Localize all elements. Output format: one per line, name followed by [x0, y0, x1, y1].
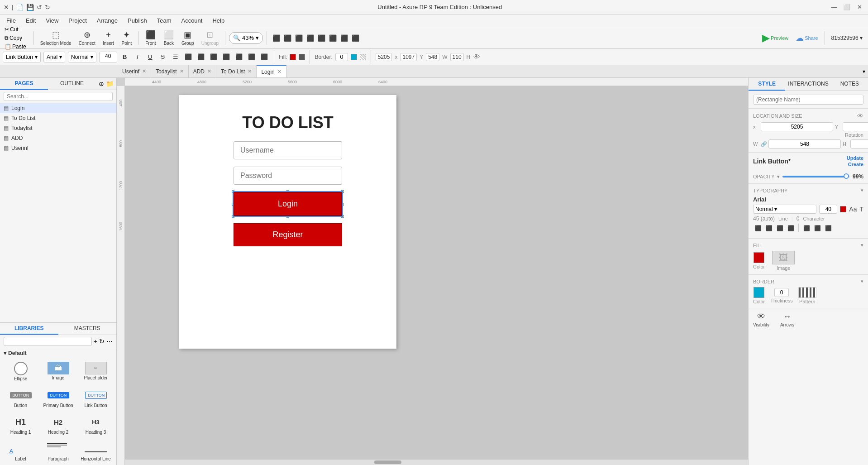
- update-link[interactable]: Update: [847, 155, 863, 161]
- redo-icon[interactable]: ↻: [45, 4, 50, 11]
- share-button[interactable]: ☁ Share: [793, 29, 820, 47]
- text-align-right-btn-right[interactable]: ⬛: [775, 224, 785, 233]
- text-align-left-btn-right[interactable]: ⬛: [753, 224, 763, 233]
- back-button[interactable]: ⬜ Back: [161, 29, 177, 47]
- opacity-slider[interactable]: [782, 176, 849, 177]
- menu-help[interactable]: Help: [208, 16, 229, 25]
- visibility-toggle-icon[interactable]: 👁: [473, 53, 480, 61]
- align-top-button[interactable]: ⬛: [305, 32, 315, 44]
- text-valign-mid-button[interactable]: ⬛: [247, 52, 257, 62]
- user-menu-button[interactable]: 815329596 ▾: [829, 29, 865, 47]
- format-bold-button[interactable]: B: [120, 52, 130, 62]
- font-size-field-right[interactable]: [819, 205, 837, 214]
- password-input[interactable]: [234, 167, 342, 185]
- maximize-button[interactable]: ⬜: [842, 2, 852, 12]
- menu-view[interactable]: View: [41, 16, 63, 25]
- lib-item-h3[interactable]: H3 Heading 3: [79, 413, 113, 436]
- border-thickness-field[interactable]: [774, 288, 789, 297]
- page-item-add[interactable]: ▤ ADD: [0, 133, 116, 143]
- visibility-item[interactable]: 👁 Visibility: [753, 312, 769, 327]
- login-button[interactable]: Login: [234, 192, 342, 216]
- align-middle-button[interactable]: ⬛: [316, 32, 327, 44]
- border-color-swatch[interactable]: [351, 54, 357, 60]
- coord-x-field[interactable]: 5205: [376, 53, 392, 61]
- menu-arrange[interactable]: Arrange: [92, 16, 122, 25]
- align-right-button[interactable]: ⬛: [293, 32, 304, 44]
- border-pattern-swatch-right[interactable]: [798, 287, 816, 298]
- text-valign-top-btn-right[interactable]: ⬛: [801, 224, 811, 233]
- save-icon[interactable]: 💾: [26, 4, 34, 11]
- lib-item-h2[interactable]: H2 Heading 2: [41, 413, 75, 436]
- lib-add-icon[interactable]: +: [94, 338, 97, 345]
- lib-refresh-icon[interactable]: ↻: [99, 338, 105, 345]
- align-horizontal-button[interactable]: ⬛: [339, 32, 349, 44]
- align-vertical-button[interactable]: ⬛: [350, 32, 361, 44]
- fill-color-swatch-right[interactable]: [754, 252, 764, 263]
- coord-y-field[interactable]: 1097: [400, 53, 417, 61]
- y-value-field[interactable]: [843, 122, 868, 131]
- group-button[interactable]: ▣ Group: [179, 29, 197, 47]
- text-align-justify-btn-right[interactable]: ⬛: [786, 224, 796, 233]
- align-center-button[interactable]: ⬛: [282, 32, 293, 44]
- undo-icon[interactable]: ↺: [37, 4, 42, 11]
- create-link[interactable]: Create: [848, 162, 863, 167]
- lib-item-image[interactable]: 🏔 Image: [41, 360, 75, 383]
- front-button[interactable]: ⬛ Front: [143, 29, 159, 47]
- tab-todolist[interactable]: To Do List ✕: [216, 65, 257, 77]
- font-style-dropdown[interactable]: Normal ▾: [753, 205, 816, 214]
- text-align-justify-button[interactable]: ⬛: [221, 52, 231, 62]
- border-value-field[interactable]: 0: [335, 53, 348, 61]
- tab-login-close[interactable]: ✕: [277, 69, 281, 75]
- text-align-center-button[interactable]: ⬛: [196, 52, 206, 62]
- font-aa-icon[interactable]: Aa: [849, 206, 857, 213]
- widget-style-dropdown[interactable]: Link Button ▾: [3, 52, 41, 62]
- coord-w-field[interactable]: 110: [450, 53, 464, 61]
- text-align-left-button[interactable]: ⬛: [183, 52, 193, 62]
- align-bottom-button[interactable]: ⬛: [327, 32, 338, 44]
- copy-button[interactable]: ⧉ Copy: [3, 34, 28, 42]
- border-pattern-swatch[interactable]: [360, 54, 366, 60]
- tab-add-close[interactable]: ✕: [207, 68, 211, 74]
- text-align-center-btn-right[interactable]: ⬛: [764, 224, 774, 233]
- menu-edit[interactable]: Edit: [21, 16, 40, 25]
- link-icon[interactable]: 🔗: [761, 141, 767, 147]
- register-button[interactable]: Register: [234, 223, 342, 246]
- tab-login[interactable]: Login ✕: [257, 65, 286, 77]
- page-item-login[interactable]: ▤ Login: [0, 103, 116, 113]
- pages-folder-icon[interactable]: 📁: [106, 80, 114, 87]
- text-align-right-button[interactable]: ⬛: [209, 52, 219, 62]
- horizontal-scrollbar[interactable]: [125, 460, 748, 465]
- font-style-dropdown[interactable]: Normal ▾: [68, 52, 96, 62]
- lib-item-link-button[interactable]: BUTTON Link Button: [79, 387, 113, 410]
- libraries-tab[interactable]: LIBRARIES: [0, 323, 58, 335]
- pages-search-input[interactable]: [4, 92, 113, 101]
- text-valign-bot-btn-right[interactable]: ⬛: [823, 224, 833, 233]
- format-strikethrough-button[interactable]: S: [158, 52, 168, 62]
- border-color-swatch-right[interactable]: [754, 287, 764, 298]
- pages-add-icon[interactable]: ⊕: [99, 80, 104, 87]
- preview-button[interactable]: ▶ Preview: [759, 29, 791, 47]
- menu-team[interactable]: Team: [153, 16, 176, 25]
- tab-userinf[interactable]: Userinf ✕: [118, 65, 151, 77]
- interactions-tab[interactable]: INTERACTIONS: [785, 78, 831, 91]
- lib-item-placeholder[interactable]: ✉ Placeholder: [79, 360, 113, 383]
- tab-overflow-arrow[interactable]: ▾: [860, 65, 868, 77]
- lib-search-input[interactable]: [4, 337, 92, 346]
- connect-button[interactable]: ⊕ Connect: [76, 29, 98, 47]
- zoom-control[interactable]: 🔍 43% ▾: [229, 32, 263, 44]
- fill-color-swatch[interactable]: [290, 54, 296, 60]
- insert-button[interactable]: + Insert: [100, 29, 117, 47]
- tab-todolist-close[interactable]: ✕: [248, 68, 252, 74]
- notes-tab[interactable]: NOTES: [831, 78, 868, 91]
- font-t-icon[interactable]: T: [859, 206, 863, 213]
- selection-mode-button[interactable]: ⬚ Selection Mode: [38, 29, 74, 47]
- tab-todaylist-close[interactable]: ✕: [180, 68, 184, 74]
- outline-tab[interactable]: OUTLINE: [48, 78, 96, 90]
- page-item-todolist[interactable]: ▤ To Do List: [0, 113, 116, 123]
- format-italic-button[interactable]: I: [133, 52, 143, 62]
- tab-add[interactable]: ADD ✕: [189, 65, 216, 77]
- close-x-icon[interactable]: ✕: [4, 4, 9, 11]
- font-size-field[interactable]: 40: [99, 52, 117, 62]
- menu-account[interactable]: Account: [176, 16, 207, 25]
- lib-more-icon[interactable]: ⋯: [106, 338, 113, 345]
